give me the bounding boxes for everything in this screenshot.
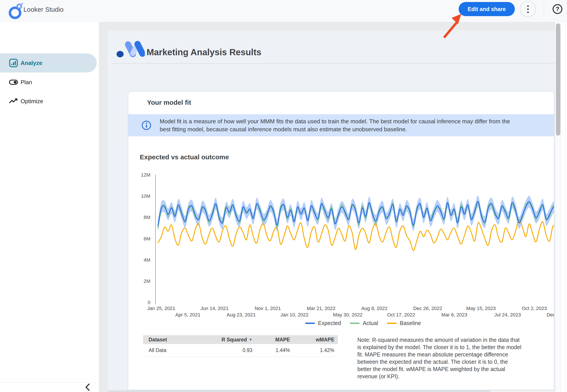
legend-swatch	[350, 323, 360, 324]
x-tick-label: Mar 6, 2023	[430, 312, 479, 318]
table-cell: 1.42%	[293, 344, 338, 357]
x-tick-label: Oct 2, 2023	[510, 306, 554, 311]
y-tick-label: 0	[133, 300, 150, 305]
collapse-chevron-icon	[82, 382, 93, 392]
model-fit-table: DatasetR Squared▼MAPEwMAPE All Data0.931…	[143, 335, 338, 357]
vertical-scrollbar-thumb[interactable]	[556, 23, 560, 136]
more-options-icon	[527, 5, 529, 13]
table-column-header[interactable]: R Squared▼	[190, 335, 256, 344]
legend-item-baseline[interactable]: Baseline	[387, 320, 421, 326]
x-tick-label: May 30, 2022	[323, 312, 372, 318]
x-tick-label: Dec 26, 2022	[403, 306, 452, 311]
sort-desc-icon: ▼	[249, 338, 253, 342]
chart-heading: Expected vs actual outcome	[140, 153, 229, 161]
left-navigation: Analyze Plan Optimize	[0, 22, 99, 392]
table-cell: All Data	[143, 344, 190, 357]
legend-swatch	[305, 323, 315, 324]
sidebar-item-label: Analyze	[21, 60, 42, 67]
x-tick-label: Jan 25, 2021	[137, 306, 186, 311]
table-column-header[interactable]: wMAPE	[293, 335, 338, 344]
x-tick-label: May 15, 2023	[457, 306, 505, 311]
horizontal-scrollbar-thumb[interactable]	[108, 391, 490, 392]
window-border	[565, 22, 566, 392]
chart-legend: ExpectedActualBaseline	[305, 320, 421, 326]
y-tick-label: 10M	[133, 193, 150, 199]
x-tick-label: Apr 5, 2021	[164, 312, 212, 318]
title-divider	[112, 63, 555, 64]
horizontal-scrollbar	[108, 390, 555, 392]
x-tick-label: Jan 10, 2022	[270, 312, 319, 318]
x-tick-label: Aug 8, 2022	[350, 306, 399, 311]
y-tick-label: 8M	[133, 215, 150, 220]
expected-vs-actual-chart	[155, 173, 554, 305]
sidebar-item-label: Optimize	[21, 98, 43, 105]
x-tick-label: Aug 23, 2021	[217, 312, 266, 318]
edit-and-share-button[interactable]: Edit and share	[459, 2, 515, 16]
info-banner-text: Model fit is a measure of how well your …	[160, 117, 510, 133]
meridian-logo	[116, 41, 145, 58]
report-page: Marketing Analysis Results Your model fi…	[108, 30, 555, 392]
baseline-line	[158, 220, 554, 251]
table-cell: 1.44%	[256, 344, 293, 357]
analyze-chart-icon	[9, 58, 18, 68]
legend-item-actual[interactable]: Actual	[350, 320, 378, 326]
sidebar-item-label: Plan	[21, 79, 32, 86]
table-column-header[interactable]: MAPE	[256, 335, 293, 344]
metrics-note: Note: R-squared measures the amount of v…	[357, 336, 554, 380]
legend-label: Expected	[318, 320, 341, 326]
info-icon	[142, 120, 151, 130]
y-tick-label: 4M	[133, 257, 150, 263]
app-title: Looker Studio	[23, 6, 64, 13]
x-tick-label: Nov 1, 2021	[244, 306, 292, 311]
x-tick-label: Mar 21, 2022	[297, 306, 345, 311]
model-fit-card: Your model fit Model fit is a measure of…	[128, 91, 554, 390]
window-right-margin	[561, 22, 567, 392]
table-cell: 0.93	[190, 344, 256, 357]
legend-item-expected[interactable]: Expected	[305, 320, 341, 326]
x-tick-label: Jul 24, 2023	[483, 312, 532, 318]
help-button[interactable]: ?	[553, 4, 562, 14]
legend-label: Baseline	[400, 320, 421, 326]
top-app-bar: Looker Studio Edit and share ?	[0, 0, 567, 22]
x-tick-label: Oct 17, 2022	[377, 312, 425, 318]
help-icon: ?	[556, 6, 559, 13]
y-tick-label: 6M	[133, 236, 150, 242]
x-tick-label: Jun 14, 2021	[190, 306, 239, 311]
sidebar-item-analyze[interactable]: Analyze	[0, 54, 97, 72]
table-row: All Data0.931.44%1.42%	[143, 344, 338, 357]
info-banner: Model fit is a measure of how well your …	[128, 114, 554, 136]
y-tick-label: 12M	[133, 172, 150, 178]
legend-swatch	[387, 323, 397, 324]
table-column-header[interactable]: Dataset	[143, 335, 190, 344]
card-heading: Your model fit	[147, 99, 191, 106]
report-viewport: Marketing Analysis Results Your model fi…	[99, 22, 567, 392]
legend-label: Actual	[363, 320, 378, 326]
more-options-button[interactable]	[520, 1, 536, 17]
sidebar-item-plan[interactable]: Plan	[0, 77, 97, 88]
report-title: Marketing Analysis Results	[147, 47, 262, 57]
x-tick-label: Dec 11, 2023	[537, 312, 555, 318]
sidebar-item-optimize[interactable]: Optimize	[0, 96, 97, 107]
plan-toggle-icon	[9, 78, 18, 87]
vertical-scrollbar	[555, 22, 561, 392]
optimize-trend-icon	[9, 97, 18, 106]
table-header-row: DatasetR Squared▼MAPEwMAPE	[143, 335, 338, 344]
looker-studio-window: Looker Studio Edit and share ? Analyze	[0, 0, 567, 392]
collapse-sidebar-button[interactable]	[82, 382, 93, 392]
y-tick-label: 2M	[133, 279, 150, 284]
looker-studio-logo-icon	[7, 3, 24, 19]
